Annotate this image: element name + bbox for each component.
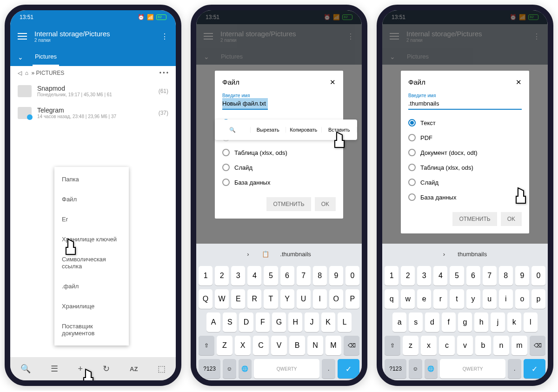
- overflow-icon[interactable]: ⋮: [161, 32, 168, 41]
- menu-item[interactable]: Er: [54, 209, 129, 229]
- add-icon[interactable]: +: [78, 364, 83, 374]
- view-icon[interactable]: ☰: [51, 364, 58, 374]
- radio-table[interactable]: [408, 164, 416, 171]
- ctx-paste[interactable]: Вставить: [322, 127, 358, 133]
- key[interactable]: f: [442, 312, 456, 332]
- key[interactable]: t: [450, 289, 464, 309]
- key[interactable]: 0: [531, 266, 545, 286]
- suggestion[interactable]: .thumbnails: [280, 251, 311, 258]
- close-icon[interactable]: ✕: [330, 78, 336, 86]
- menu-dotfile[interactable]: .файл: [54, 276, 129, 296]
- key[interactable]: l: [524, 312, 538, 332]
- list-item[interactable]: SnapmodПонедельник, 19:17 | 45,30 M6 | 6…: [10, 80, 176, 102]
- key[interactable]: 4: [247, 266, 261, 286]
- expand-icon[interactable]: ›: [443, 251, 445, 258]
- menu-icon[interactable]: [18, 33, 27, 40]
- key[interactable]: T: [264, 289, 278, 309]
- key[interactable]: 5: [450, 266, 464, 286]
- select-icon[interactable]: ⬚: [158, 364, 166, 374]
- filename-input[interactable]: [222, 98, 268, 110]
- key[interactable]: k: [507, 312, 521, 332]
- key[interactable]: Y: [280, 289, 294, 309]
- refresh-icon[interactable]: ↻: [103, 364, 110, 374]
- enter-key[interactable]: ✓: [338, 359, 359, 379]
- key[interactable]: 9: [329, 266, 343, 286]
- radio-slide[interactable]: [222, 164, 230, 171]
- list-item[interactable]: Telegram14 часов назад, 23:48 | 23,96 M6…: [10, 102, 176, 124]
- key[interactable]: a: [392, 312, 406, 332]
- globe-key[interactable]: 🌐: [239, 359, 252, 379]
- key[interactable]: 0: [345, 266, 359, 286]
- cancel-button[interactable]: ОТМЕНИТЬ: [452, 212, 497, 226]
- key[interactable]: A: [206, 312, 220, 332]
- key[interactable]: u: [483, 289, 497, 309]
- key[interactable]: J: [305, 312, 319, 332]
- radio-pdf[interactable]: [408, 134, 416, 141]
- sort-button[interactable]: AZ: [130, 365, 138, 372]
- key[interactable]: p: [531, 289, 545, 309]
- expand-icon[interactable]: ›: [247, 251, 249, 258]
- suggestion[interactable]: thumbnails: [458, 251, 487, 258]
- key[interactable]: w: [401, 289, 415, 309]
- radio-text[interactable]: [408, 119, 416, 126]
- key[interactable]: K: [321, 312, 335, 332]
- key[interactable]: 2: [215, 266, 229, 286]
- header-title[interactable]: Internal storage/Pictures: [34, 30, 153, 38]
- key[interactable]: O: [329, 289, 343, 309]
- key[interactable]: d: [425, 312, 439, 332]
- key[interactable]: Q: [199, 289, 213, 309]
- key[interactable]: P: [345, 289, 359, 309]
- key[interactable]: U: [297, 289, 311, 309]
- key[interactable]: E: [231, 289, 245, 309]
- key[interactable]: i: [499, 289, 513, 309]
- ctx-cut[interactable]: Вырезать: [251, 127, 286, 133]
- shift-key[interactable]: ⇧: [199, 336, 214, 355]
- key[interactable]: 1: [385, 266, 399, 286]
- ok-button[interactable]: OK: [501, 212, 522, 226]
- key[interactable]: 6: [466, 266, 480, 286]
- ctx-copy[interactable]: Копировать: [286, 127, 322, 133]
- ok-button[interactable]: OK: [315, 197, 336, 211]
- radio-slide[interactable]: [408, 179, 416, 186]
- key[interactable]: 7: [483, 266, 497, 286]
- key[interactable]: G: [272, 312, 286, 332]
- menu-keystore[interactable]: Хранилище ключей: [54, 229, 129, 249]
- radio-table[interactable]: [222, 149, 230, 156]
- key[interactable]: 3: [231, 266, 245, 286]
- key[interactable]: 3: [417, 266, 431, 286]
- radio-db[interactable]: [222, 179, 230, 186]
- key[interactable]: g: [458, 312, 472, 332]
- key[interactable]: W: [215, 289, 229, 309]
- chevron-down-icon[interactable]: ⌄: [18, 53, 23, 61]
- menu-storage[interactable]: Хранилище: [54, 296, 129, 316]
- key[interactable]: L: [338, 312, 352, 332]
- space-key[interactable]: QWERTY: [254, 359, 320, 379]
- key[interactable]: o: [515, 289, 529, 309]
- key[interactable]: R: [247, 289, 261, 309]
- key[interactable]: 7: [297, 266, 311, 286]
- key[interactable]: j: [491, 312, 505, 332]
- key[interactable]: 8: [499, 266, 513, 286]
- key[interactable]: D: [239, 312, 253, 332]
- key[interactable]: y: [466, 289, 480, 309]
- backspace-key[interactable]: ⌫: [344, 336, 359, 355]
- key[interactable]: 1: [199, 266, 213, 286]
- key[interactable]: h: [474, 312, 488, 332]
- radio-db[interactable]: [408, 193, 416, 201]
- key[interactable]: 6: [280, 266, 294, 286]
- key[interactable]: 8: [313, 266, 327, 286]
- key[interactable]: F: [256, 312, 270, 332]
- key[interactable]: s: [409, 312, 423, 332]
- key[interactable]: 4: [433, 266, 447, 286]
- cancel-button[interactable]: ОТМЕНИТЬ: [266, 197, 311, 211]
- menu-folder[interactable]: Папка: [54, 169, 129, 189]
- menu-symlink[interactable]: Символическая ссылка: [54, 249, 129, 276]
- key[interactable]: I: [313, 289, 327, 309]
- key[interactable]: e: [417, 289, 431, 309]
- clipboard-icon[interactable]: 📋: [262, 251, 269, 258]
- key[interactable]: 5: [264, 266, 278, 286]
- search-icon[interactable]: 🔍: [20, 364, 31, 374]
- num-key[interactable]: ?123: [199, 359, 220, 379]
- key[interactable]: S: [223, 312, 237, 332]
- key[interactable]: H: [288, 312, 302, 332]
